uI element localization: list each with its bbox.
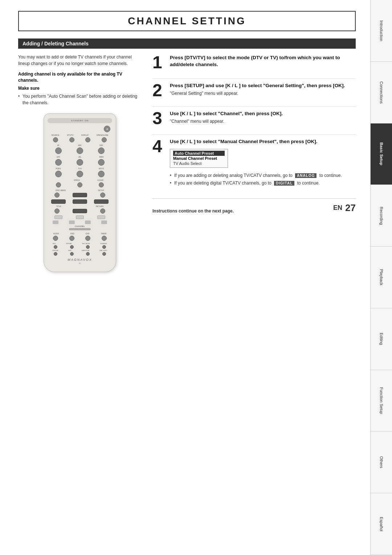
remote-rec-btn[interactable] [54, 245, 57, 249]
remote-clear-btn[interactable] [99, 182, 104, 187]
remote-rateplay-btn[interactable] [86, 252, 90, 256]
menu-item-2: TV Audio Select [173, 161, 225, 166]
remote-display-btn[interactable] [85, 137, 90, 142]
bold-note: Adding channel is only available for the… [18, 71, 142, 84]
page-title: CHANNEL SETTING [19, 15, 355, 27]
sidebar-item-recording[interactable]: Recording [371, 185, 392, 247]
remote-skip-btn[interactable] [70, 252, 74, 256]
remote-power-btn[interactable]: ⏻ [104, 126, 110, 132]
sidebar-item-others[interactable]: Others [371, 432, 392, 493]
remote-num-label-2: GHI JKL MNO [48, 156, 112, 158]
remote-dtv-btn[interactable] [69, 137, 74, 142]
remote-control: STANDBY ON ⏻ SOURCE DTV/TV DISPLAY OPEN/… [44, 113, 116, 272]
sidebar-item-connections[interactable]: Connections [371, 62, 392, 123]
remote-pb-label-row: DISPLAY SKIP- RATE/PLAY TIME SHIFT [48, 250, 112, 251]
remote-nav-btn-2[interactable] [76, 215, 84, 219]
remote-btn-2[interactable] [77, 147, 83, 154]
intro-text: You may want to add or delete TV channel… [18, 54, 142, 67]
remote-timer-btn[interactable] [102, 236, 107, 241]
remote-wide-btn-1[interactable] [73, 193, 87, 197]
two-col-layout: You may want to add or delete TV channel… [18, 54, 356, 272]
step-1-title: Press [DTV/TV] to select the mode (DTV o… [170, 54, 356, 68]
bullet-list: You perform "Auto Channel Scan" before a… [18, 93, 142, 106]
remote-repeat-btn[interactable] [70, 245, 74, 249]
section-title: Adding / Deleting Channels [23, 41, 89, 46]
remote-audio-btn[interactable] [53, 236, 58, 241]
remote-num-label-3: PQRS TUV WXYZ [48, 167, 112, 170]
remote-timeshift-btn[interactable] [102, 252, 106, 256]
remote-btn-4[interactable] [55, 159, 62, 166]
remote-wide-btn-5[interactable] [73, 209, 87, 213]
step-2-title: Press [SETUP] and use [K / L ] to select… [170, 82, 356, 89]
remote-nav-btn-3[interactable] [97, 215, 105, 219]
remote-top-bar: STANDBY ON [48, 118, 112, 123]
remote-row-1 [48, 137, 112, 143]
step-divider-1 [152, 78, 356, 79]
remote-return-btn[interactable] [100, 208, 105, 214]
remote-nav-btn-1[interactable] [54, 215, 62, 219]
remote-num-row-2 [48, 159, 112, 166]
remote-dvd-btn[interactable] [85, 236, 90, 241]
right-column: 1 Press [DTV/TV] to select the mode (DTV… [152, 54, 356, 272]
remote-source-btn[interactable] [53, 137, 58, 142]
remote-btn-7[interactable] [55, 171, 62, 177]
remote-btn-8[interactable] [77, 171, 83, 177]
remote-dubbing-btn[interactable] [102, 245, 106, 249]
step-divider-2 [152, 106, 356, 107]
remote-title-btn[interactable] [54, 208, 60, 214]
analog-note: If you are adding or deleting analog TV/… [170, 172, 356, 179]
remote-color-btn-3[interactable] [85, 220, 91, 224]
remote-wide-btn-2[interactable] [51, 199, 66, 204]
remote-wrapper: STANDBY ON ⏻ SOURCE DTV/TV DISPLAY OPEN/… [18, 113, 142, 272]
remote-btn-0[interactable] [56, 182, 61, 187]
remote-hdd-btn[interactable] [69, 236, 74, 241]
step-4-content: Use [K / L ] to select "Manual Channel P… [170, 138, 356, 187]
step-2-number: 2 [152, 82, 166, 99]
remote-space-btn[interactable] [77, 182, 82, 187]
remote-space-row [48, 182, 112, 188]
remote-disc-row [48, 192, 112, 198]
remote-rec-label-row: REC REPEAT REC MODE DUBBING [48, 243, 112, 244]
remote-disc-menu-btn[interactable] [54, 193, 60, 198]
sidebar: Introduction Connections Basic Setup Rec… [370, 0, 392, 555]
remote-display2-btn[interactable] [54, 252, 57, 256]
remote-color-btn-2[interactable] [69, 220, 75, 224]
remote-btn-1[interactable] [55, 147, 62, 154]
remote-color-btn-4[interactable] [101, 220, 107, 224]
remote-wide-btn-row [48, 199, 112, 204]
sidebar-item-basic-setup[interactable]: Basic Setup [371, 123, 392, 185]
remote-btn-9[interactable] [98, 171, 105, 177]
step-1-number: 1 [152, 54, 166, 71]
bullet-item-0: You perform "Auto Channel Scan" before a… [18, 93, 142, 106]
step-4-title: Use [K / L ] to select "Manual Channel P… [170, 138, 356, 145]
remote-channel-label: CHANNEL [48, 225, 112, 227]
step-1-content: Press [DTV/TV] to select the mode (DTV o… [170, 54, 356, 70]
remote-channel-bar [69, 228, 91, 230]
remote-ahdt-row [48, 235, 112, 241]
remote-standby-label: STANDBY ON [71, 119, 89, 122]
bottom-instructions: Instructions continue on the next page. [152, 208, 234, 214]
sidebar-item-playback[interactable]: Playback [371, 247, 392, 308]
remote-brand: MAGNAVOX [48, 258, 112, 262]
step-4-number: 4 [152, 138, 166, 155]
remote-wide-btn-3[interactable] [73, 199, 87, 204]
step-1: 1 Press [DTV/TV] to select the mode (DTV… [152, 54, 356, 71]
remote-setup-btn[interactable] [100, 193, 105, 198]
sidebar-item-editing[interactable]: Editing [371, 308, 392, 370]
remote-btn-3[interactable] [98, 147, 105, 154]
main-content: CHANNEL SETTING Adding / Deleting Channe… [0, 0, 370, 555]
remote-color-btn-1[interactable] [53, 220, 58, 224]
sidebar-item-espanol[interactable]: Español [371, 493, 392, 555]
step-divider-3 [152, 134, 356, 135]
menu-item-1: Manual Channel Preset [173, 156, 225, 161]
channel-menu-box: Auto Channel Preset Manual Channel Prese… [170, 149, 228, 168]
sidebar-item-function-setup[interactable]: Function Setup [371, 370, 392, 432]
remote-recmode-btn[interactable] [86, 245, 90, 249]
step-3-number: 3 [152, 110, 166, 127]
remote-btn-6[interactable] [98, 159, 105, 166]
remote-pb-row [48, 252, 112, 256]
sidebar-item-introduction[interactable]: Introduction [371, 0, 392, 62]
remote-btn-5[interactable] [77, 159, 83, 166]
remote-wide-btn-4[interactable] [94, 199, 109, 204]
remote-open-btn[interactable] [102, 137, 107, 142]
